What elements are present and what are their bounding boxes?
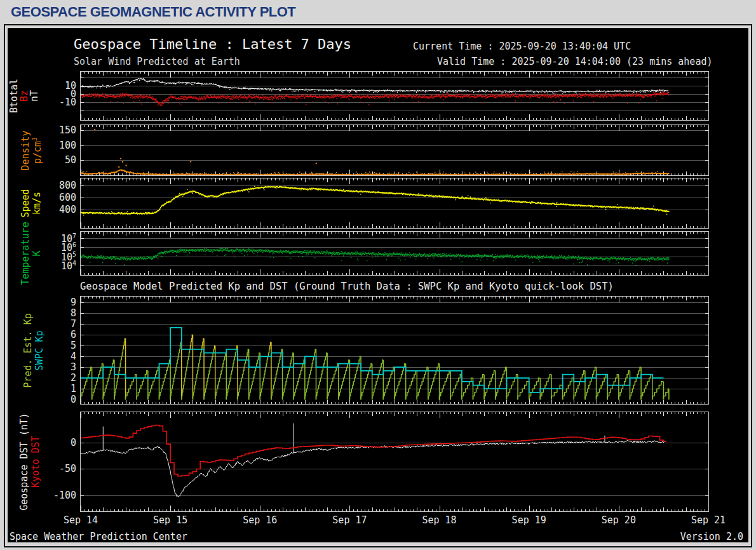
axis-label-btotal-bz-2: nT — [29, 90, 40, 102]
x-axis-label-4: Sep 18 — [422, 514, 456, 526]
panel-canvas-dst — [80, 412, 709, 512]
panel-canvas-temperature — [80, 231, 709, 276]
x-axis-label-2: Sep 16 — [243, 514, 277, 526]
ytick-dst-0: 0 — [71, 437, 76, 448]
ytick-kp-5: 4 — [71, 351, 76, 362]
ytick-kp-7: 2 — [71, 372, 76, 384]
panel-density: Densityp/cm315010050 — [8, 124, 748, 176]
panel-temperature: TemperatureK107106105104 — [8, 231, 748, 276]
ytick-dst-2: -100 — [53, 490, 76, 501]
panel-kp: Pred. Est. KpSWPC Kp9876543210 — [8, 296, 748, 405]
page-title: GEOSPACE GEOMAGNETIC ACTIVITY PLOT — [11, 4, 295, 20]
footer-credit: Space Weather Prediction Center — [10, 531, 187, 542]
panel-canvas-btotal-bz — [80, 71, 709, 121]
valid-time-label: Valid Time : 2025-09-20 14:04:00 (23 min… — [437, 56, 712, 67]
x-axis-label-5: Sep 19 — [512, 514, 546, 526]
panel-canvas-density — [80, 124, 709, 176]
ytick-dst-1: -50 — [59, 463, 76, 474]
header-bar: GEOSPACE GEOMAGNETIC ACTIVITY PLOT — [0, 0, 756, 24]
axis-label-kp-0: Pred. Est. Kp — [22, 313, 34, 387]
ytick-kp-4: 5 — [71, 340, 76, 351]
x-axis-label-6: Sep 20 — [602, 514, 636, 526]
axis-label-density-0: Density — [20, 130, 31, 170]
ytick-density-0: 150 — [59, 124, 76, 136]
ytick-temperature-3: 104 — [61, 260, 76, 272]
x-axis-label-7: Sep 21 — [691, 514, 726, 526]
plot-frame: Geospace Timeline : Latest 7 Days Curren… — [4, 24, 752, 547]
ytick-kp-0: 9 — [71, 297, 76, 308]
panel-dst: Geospace DST (nT)Kyoto DST0-50-100 — [8, 412, 748, 512]
x-axis-label-0: Sep 14 — [64, 514, 98, 526]
plot-subtitle: Solar Wind Predicted at Earth — [74, 56, 240, 67]
ytick-speed-1: 600 — [59, 192, 76, 203]
ytick-kp-6: 3 — [71, 361, 76, 373]
axis-label-speed-0: Speed — [20, 189, 31, 217]
current-time-label: Current Time : 2025-09-20 13:40:04 UTC — [413, 41, 631, 52]
axis-label-speed-1: km/s — [31, 192, 43, 215]
ytick-kp-9: 0 — [71, 394, 76, 405]
x-axis-label-1: Sep 15 — [153, 514, 187, 526]
plot-title: Geospace Timeline : Latest 7 Days — [74, 36, 351, 52]
ytick-kp-1: 8 — [71, 307, 76, 319]
axis-label-density-1: p/cm3 — [31, 137, 43, 163]
footer-version: Version 2.0 — [680, 531, 743, 542]
section2-title: Geospace Model Predicted Kp and DST (Gro… — [80, 281, 614, 292]
ytick-speed-2: 400 — [59, 204, 76, 215]
ytick-density-1: 100 — [59, 140, 76, 151]
panel-canvas-kp — [80, 296, 709, 405]
axis-label-dst-1: Kyoto DST — [30, 436, 41, 487]
panel-btotal-bz: BtotalBznT100-10 — [8, 71, 748, 121]
ytick-kp-2: 7 — [71, 318, 76, 330]
ytick-kp-8: 1 — [71, 383, 76, 394]
ytick-btotal-bz-2: -10 — [59, 97, 76, 108]
ytick-kp-3: 6 — [71, 329, 76, 340]
axis-label-temperature-1: K — [31, 250, 43, 256]
plot-area: Geospace Timeline : Latest 7 Days Curren… — [8, 28, 748, 542]
panel-speed: Speedkm/s800600400 — [8, 178, 748, 229]
axis-label-dst-0: Geospace DST (nT) — [18, 413, 30, 511]
ytick-density-2: 50 — [65, 154, 76, 166]
axis-label-kp-1: SWPC Kp — [34, 330, 45, 370]
ytick-speed-0: 800 — [59, 180, 76, 191]
axis-label-temperature-0: Temperature — [20, 222, 31, 285]
panel-canvas-speed — [80, 178, 709, 229]
x-axis-label-3: Sep 17 — [332, 514, 367, 526]
